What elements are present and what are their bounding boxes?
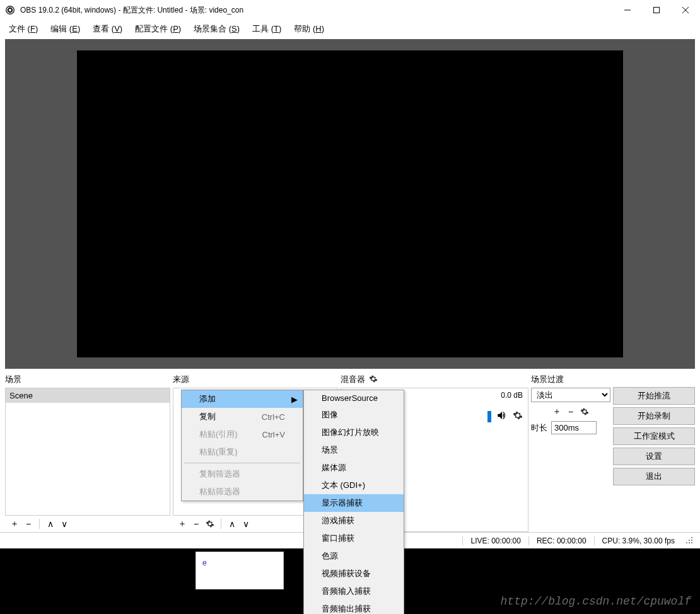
src-scene[interactable]: 场景 bbox=[304, 441, 404, 459]
cm-paste-filters: 粘贴筛选器 bbox=[182, 483, 303, 501]
svg-rect-8 bbox=[689, 540, 690, 541]
cm-copy-filters: 复制筛选器 bbox=[182, 465, 303, 483]
source-up-icon[interactable]: ∧ bbox=[226, 518, 238, 530]
cm-copy[interactable]: 复制 Ctrl+C bbox=[182, 408, 303, 426]
status-rec: REC: 00:00:00 bbox=[528, 536, 594, 545]
svg-rect-12 bbox=[691, 542, 692, 543]
svg-rect-11 bbox=[689, 542, 690, 543]
menu-tools[interactable]: 工具 (T) bbox=[246, 21, 288, 37]
remove-scene-icon[interactable]: − bbox=[23, 518, 34, 530]
menu-scene-collection[interactable]: 场景集合 (S) bbox=[187, 21, 246, 37]
cm-add[interactable]: 添加 ▶ bbox=[182, 390, 303, 408]
menu-help[interactable]: 帮助 (H) bbox=[288, 21, 330, 37]
titlebar: OBS 19.0.2 (64bit, windows) - 配置文件: Unti… bbox=[0, 0, 700, 20]
preview-canvas[interactable] bbox=[77, 50, 623, 357]
scenes-list[interactable]: Scene bbox=[5, 388, 170, 516]
mixer-title: 混音器 bbox=[341, 371, 528, 388]
src-window-capture[interactable]: 窗口捕获 bbox=[304, 530, 404, 547]
preview-area bbox=[5, 39, 695, 369]
transitions-title: 场景过渡 bbox=[531, 371, 610, 388]
window-title: OBS 19.0.2 (64bit, windows) - 配置文件: Unti… bbox=[20, 5, 613, 16]
src-audio-input[interactable]: 音频输入捕获 bbox=[304, 582, 404, 600]
menu-view[interactable]: 查看 (V) bbox=[86, 21, 129, 37]
remove-source-icon[interactable]: − bbox=[190, 518, 202, 530]
src-color-source[interactable]: 色源 bbox=[304, 547, 404, 565]
mixer-channel-db: 0.0 dB bbox=[501, 391, 523, 400]
obs-app-icon bbox=[5, 5, 15, 15]
svg-rect-9 bbox=[691, 540, 692, 541]
duration-input[interactable] bbox=[551, 421, 597, 434]
menu-profile[interactable]: 配置文件 (P) bbox=[129, 21, 187, 37]
menu-file[interactable]: 文件 (F) bbox=[3, 21, 44, 37]
svg-rect-4 bbox=[654, 8, 660, 13]
exit-button[interactable]: 退出 bbox=[613, 468, 695, 485]
sources-context-menu: 添加 ▶ 复制 Ctrl+C 粘贴(引用) Ctrl+V 粘贴(重复) 复制筛选… bbox=[181, 390, 303, 501]
src-game-capture[interactable]: 游戏捕获 bbox=[304, 512, 404, 530]
studio-mode-button[interactable]: 工作室模式 bbox=[613, 427, 695, 445]
add-scene-icon[interactable]: ＋ bbox=[9, 518, 20, 530]
transition-remove-icon[interactable]: − bbox=[565, 406, 576, 417]
src-display-capture[interactable]: 显示器捕获 bbox=[304, 494, 404, 512]
watermark-text: http://blog.csdn.net/cpuwolf bbox=[501, 595, 691, 608]
scene-item[interactable]: Scene bbox=[6, 388, 170, 403]
src-media[interactable]: 媒体源 bbox=[304, 459, 404, 477]
settings-button[interactable]: 设置 bbox=[613, 448, 695, 465]
maximize-button[interactable] bbox=[642, 0, 671, 20]
close-button[interactable] bbox=[671, 0, 700, 20]
channel-settings-icon[interactable] bbox=[513, 410, 523, 423]
transitions-panel: 场景过渡 淡出 ＋ − 时长 bbox=[531, 371, 610, 532]
svg-rect-10 bbox=[686, 542, 687, 543]
volume-slider[interactable] bbox=[487, 411, 491, 422]
source-down-icon[interactable]: ∨ bbox=[240, 518, 252, 530]
svg-point-2 bbox=[9, 9, 11, 11]
menu-edit[interactable]: 编辑 (E) bbox=[44, 21, 86, 37]
transition-select[interactable]: 淡出 bbox=[531, 388, 610, 402]
speaker-icon[interactable] bbox=[496, 410, 508, 424]
start-streaming-button[interactable]: 开始推流 bbox=[613, 387, 695, 405]
add-source-icon[interactable]: ＋ bbox=[177, 518, 188, 530]
cm-paste-dup: 粘贴(重复) bbox=[182, 443, 303, 461]
src-text-gdi[interactable]: 文本 (GDI+) bbox=[304, 477, 404, 494]
scenes-toolbar: ＋ − ∧ ∨ bbox=[5, 516, 170, 532]
transition-add-icon[interactable]: ＋ bbox=[551, 406, 563, 417]
src-audio-output[interactable]: 音频输出捕获 bbox=[304, 600, 404, 614]
minimize-button[interactable] bbox=[613, 0, 642, 20]
mixer-settings-icon[interactable] bbox=[369, 374, 378, 385]
scene-up-icon[interactable]: ∧ bbox=[45, 518, 56, 530]
submenu-arrow-icon: ▶ bbox=[291, 395, 298, 404]
status-cpu: CPU: 3.9%, 30.00 fps bbox=[594, 536, 682, 545]
src-image[interactable]: 图像 bbox=[304, 406, 404, 424]
sources-title: 来源 bbox=[173, 371, 338, 388]
resize-grip-icon[interactable] bbox=[685, 536, 695, 546]
menubar: 文件 (F) 编辑 (E) 查看 (V) 配置文件 (P) 场景集合 (S) 工… bbox=[0, 20, 700, 38]
source-properties-icon[interactable] bbox=[204, 518, 216, 530]
src-browser[interactable]: BrowserSource bbox=[304, 390, 404, 406]
status-live: LIVE: 00:00:00 bbox=[462, 536, 528, 545]
background-window: e bbox=[195, 552, 284, 589]
cm-paste-ref: 粘贴(引用) Ctrl+V bbox=[182, 426, 303, 443]
add-source-submenu: BrowserSource 图像 图像幻灯片放映 场景 媒体源 文本 (GDI+… bbox=[303, 390, 404, 614]
svg-rect-7 bbox=[691, 537, 692, 538]
scenes-panel: 场景 Scene ＋ − ∧ ∨ bbox=[5, 371, 170, 532]
src-slideshow[interactable]: 图像幻灯片放映 bbox=[304, 424, 404, 441]
scenes-title: 场景 bbox=[5, 371, 170, 388]
controls-panel: 开始推流 开始录制 工作室模式 设置 退出 bbox=[613, 371, 695, 532]
transition-settings-icon[interactable] bbox=[579, 406, 590, 417]
scene-down-icon[interactable]: ∨ bbox=[59, 518, 70, 530]
src-video-capture[interactable]: 视频捕获设备 bbox=[304, 565, 404, 582]
duration-label: 时长 bbox=[531, 422, 547, 434]
start-recording-button[interactable]: 开始录制 bbox=[613, 407, 695, 425]
